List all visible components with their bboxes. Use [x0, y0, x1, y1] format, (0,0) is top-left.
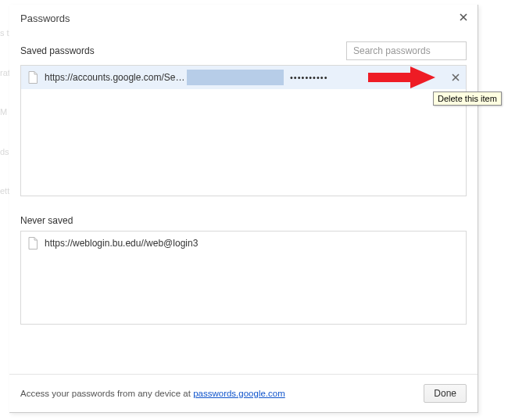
close-button[interactable] [457, 11, 470, 23]
dialog-header: Passwords [9, 5, 478, 37]
password-masked: •••••••••• [290, 73, 364, 82]
delete-icon [450, 74, 461, 81]
never-section-header: Never saved [9, 210, 478, 231]
saved-passwords-label: Saved passwords [20, 45, 95, 56]
saved-password-row[interactable]: https://accounts.google.com/Servic… ••••… [21, 66, 466, 89]
search-input[interactable] [346, 41, 467, 60]
never-site-url: https://weblogin.bu.edu//web@login3 [45, 238, 198, 249]
site-url: https://accounts.google.com/Servic… [45, 72, 187, 83]
passwords-link[interactable]: passwords.google.com [193, 389, 285, 398]
footer-text: Access your passwords from any device at… [20, 389, 285, 398]
page-icon [27, 237, 38, 249]
never-saved-list: https://weblogin.bu.edu//web@login3 [20, 231, 467, 325]
never-saved-label: Never saved [20, 215, 73, 226]
page-icon [27, 71, 38, 84]
delete-entry-button[interactable] [450, 72, 461, 83]
saved-section-header: Saved passwords [9, 37, 478, 65]
saved-passwords-list: https://accounts.google.com/Servic… ••••… [20, 65, 467, 196]
dialog-title: Passwords [20, 13, 467, 24]
never-saved-row[interactable]: https://weblogin.bu.edu//web@login3 [21, 232, 466, 255]
dialog-footer: Access your passwords from any device at… [9, 374, 478, 412]
username-redacted [187, 70, 284, 85]
delete-tooltip: Delete this item [433, 92, 502, 106]
passwords-dialog: Passwords Saved passwords https://accoun… [9, 5, 478, 413]
close-icon [457, 13, 470, 21]
done-button[interactable]: Done [424, 384, 467, 403]
